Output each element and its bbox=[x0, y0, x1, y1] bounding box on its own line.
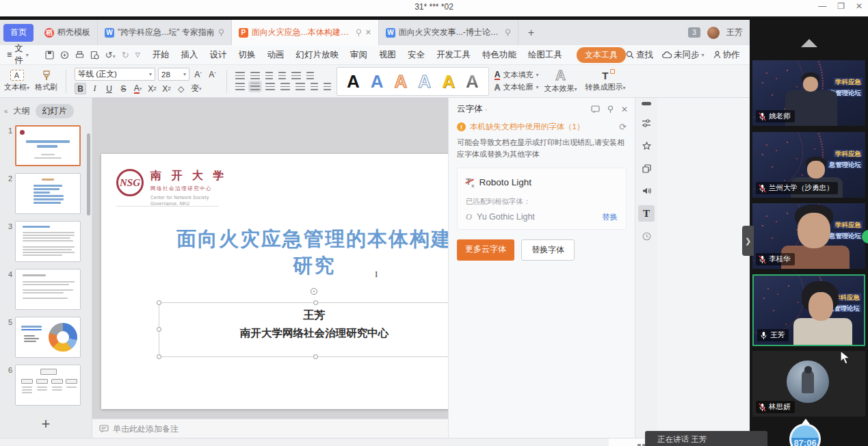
tab-outline[interactable]: 大纲 bbox=[14, 105, 30, 117]
menu-security[interactable]: 安全 bbox=[408, 49, 425, 61]
thumbnails-scrollbar[interactable] bbox=[87, 133, 90, 215]
resize-handle[interactable] bbox=[313, 354, 318, 359]
user-avatar[interactable] bbox=[707, 27, 720, 39]
justify-icon[interactable] bbox=[280, 83, 290, 90]
close-button[interactable]: ✕ bbox=[856, 1, 863, 11]
layers-icon[interactable] bbox=[638, 160, 655, 176]
scroll-up-arrow[interactable] bbox=[801, 39, 817, 47]
close-panel-icon[interactable]: ✕ bbox=[621, 105, 628, 114]
pin-icon[interactable] bbox=[356, 29, 362, 37]
menu-devtools[interactable]: 开发工具 bbox=[436, 49, 471, 61]
clear-format-button[interactable]: ◇ bbox=[175, 83, 187, 94]
participant-tile-wangfang[interactable]: 学科应急 息管理论坛 王芳 bbox=[752, 274, 865, 346]
menu-animation[interactable]: 动画 bbox=[267, 49, 285, 61]
export-pdf-icon[interactable] bbox=[60, 51, 69, 60]
line-spacing-icon[interactable] bbox=[311, 83, 318, 90]
collapse-panel-icon[interactable]: « bbox=[4, 107, 8, 115]
resize-handle[interactable] bbox=[313, 300, 318, 305]
text-pane-icon[interactable]: T bbox=[638, 205, 655, 222]
panel-scrollbar[interactable] bbox=[642, 102, 651, 105]
audio-icon[interactable] bbox=[638, 183, 655, 199]
align-right-icon[interactable] bbox=[265, 83, 275, 90]
collaborate-button[interactable]: 协作 bbox=[713, 49, 740, 61]
tab-expert-guide[interactable]: W "跨学科应急...坛" 专家指南 bbox=[98, 20, 232, 45]
slide-thumb-6[interactable]: 6 bbox=[0, 362, 92, 410]
paragraph-spacing-icon[interactable] bbox=[324, 83, 331, 90]
replace-font-button[interactable]: 替换字体 bbox=[521, 239, 575, 261]
wordart-style-2[interactable]: A bbox=[371, 73, 384, 90]
menu-drawtools[interactable]: 绘图工具 bbox=[528, 49, 562, 61]
print-preview-icon[interactable] bbox=[90, 51, 99, 60]
text-effect-button[interactable]: A 文本效果▾ bbox=[544, 68, 577, 94]
find-button[interactable]: 查找 bbox=[626, 49, 653, 61]
underline-button[interactable]: U bbox=[103, 83, 115, 94]
bold-button[interactable]: B bbox=[75, 83, 86, 94]
slide-thumb-4[interactable]: 4 bbox=[0, 266, 92, 314]
wordart-style-4[interactable]: A bbox=[418, 73, 431, 90]
tab-text-tools[interactable]: 文本工具 bbox=[577, 47, 626, 63]
distribute-icon[interactable] bbox=[295, 83, 305, 90]
meeting-timer[interactable]: 87:06 bbox=[788, 419, 824, 446]
print-icon[interactable] bbox=[75, 51, 84, 60]
participant-tile-yao[interactable]: 学科应急 息管理论坛 姚老师 bbox=[752, 60, 865, 126]
strikethrough-button[interactable]: S bbox=[118, 83, 129, 94]
refresh-icon[interactable]: ⟳ bbox=[619, 122, 627, 132]
slide-thumb-1[interactable]: 1 bbox=[0, 122, 92, 170]
tab-active-presentation[interactable]: P 面向火灾应急...本体构建研究 ✕ bbox=[232, 20, 379, 45]
slide-thumb-3[interactable]: 3 bbox=[0, 218, 92, 266]
wordart-style-3[interactable]: A bbox=[395, 73, 408, 90]
tab-home[interactable]: 首页 bbox=[3, 24, 34, 42]
columns-icon[interactable] bbox=[306, 72, 314, 79]
pin-panel-icon[interactable] bbox=[607, 105, 614, 114]
menu-features[interactable]: 特色功能 bbox=[482, 49, 516, 61]
minimize-button[interactable]: — bbox=[818, 1, 826, 11]
tab-docer-templates[interactable]: 稻 稻壳模板 bbox=[38, 20, 98, 45]
tab-close-icon[interactable]: ✕ bbox=[365, 28, 371, 37]
menu-start[interactable]: 开始 bbox=[153, 49, 170, 61]
menu-review[interactable]: 审阅 bbox=[350, 49, 367, 61]
text-direction-icon[interactable] bbox=[291, 72, 301, 79]
menu-view[interactable]: 视图 bbox=[379, 49, 396, 61]
participant-tile-ligui[interactable]: 学科应急 息管理论坛 李桂华 bbox=[752, 203, 865, 269]
redo-icon[interactable]: ↻ bbox=[122, 50, 129, 60]
numbered-list-icon[interactable] bbox=[250, 72, 260, 79]
object-properties-icon[interactable] bbox=[638, 115, 655, 131]
rotate-handle[interactable] bbox=[311, 288, 317, 295]
pin-icon[interactable] bbox=[218, 29, 224, 37]
message-count-badge[interactable]: 3 bbox=[688, 27, 700, 38]
increase-indent-icon[interactable] bbox=[278, 72, 286, 79]
collapse-pane-tab[interactable]: ❯ bbox=[742, 226, 754, 256]
wordart-style-1[interactable]: A bbox=[347, 73, 360, 90]
italic-button[interactable]: I bbox=[89, 83, 101, 94]
replace-link[interactable]: 替换 bbox=[602, 212, 618, 222]
bullet-list-icon[interactable] bbox=[235, 72, 245, 79]
new-tab-button[interactable]: + bbox=[518, 27, 544, 39]
history-icon[interactable] bbox=[638, 228, 655, 244]
file-menu[interactable]: ≡ 文件 ▾ bbox=[0, 43, 34, 66]
change-case-button[interactable]: 变▾ bbox=[189, 83, 203, 94]
resize-handle[interactable] bbox=[157, 300, 161, 305]
feedback-icon[interactable] bbox=[591, 105, 600, 114]
wordart-style-5[interactable]: A bbox=[442, 73, 455, 90]
menu-transition[interactable]: 切换 bbox=[239, 49, 256, 61]
pin-icon[interactable] bbox=[505, 29, 511, 37]
sync-status[interactable]: 未同步▾ bbox=[662, 49, 705, 61]
subscript-button[interactable]: X2 bbox=[161, 83, 172, 94]
slide-thumb-5[interactable]: 5 bbox=[0, 314, 92, 362]
font-name-select[interactable]: 等线 (正文)▾ bbox=[75, 68, 155, 81]
convert-diagram-button[interactable]: T 转换成图示▾ bbox=[585, 70, 625, 92]
save-icon[interactable] bbox=[45, 51, 54, 60]
decrease-font-button[interactable]: Aˇ bbox=[207, 68, 218, 80]
format-painter-button[interactable]: 格式刷 bbox=[35, 70, 57, 92]
text-fill-button[interactable]: A 文本填充▾ bbox=[495, 70, 539, 80]
font-size-select[interactable]: 28▾ bbox=[158, 68, 189, 81]
more-cloud-fonts-button[interactable]: 更多云字体 bbox=[457, 239, 514, 261]
menu-insert[interactable]: 插入 bbox=[181, 49, 198, 61]
menu-slideshow[interactable]: 幻灯片放映 bbox=[296, 49, 339, 61]
undo-icon[interactable]: ↺▾ bbox=[105, 50, 116, 60]
restore-button[interactable]: ❐ bbox=[837, 1, 845, 11]
participant-tile-lanzhou[interactable]: 学科应急 息管理论坛 兰州大学（沙勇忠） bbox=[752, 132, 865, 198]
tab-slides[interactable]: 幻灯片 bbox=[36, 104, 74, 118]
font-color-button[interactable]: A▾ bbox=[132, 83, 144, 94]
align-center-icon[interactable] bbox=[250, 83, 260, 90]
